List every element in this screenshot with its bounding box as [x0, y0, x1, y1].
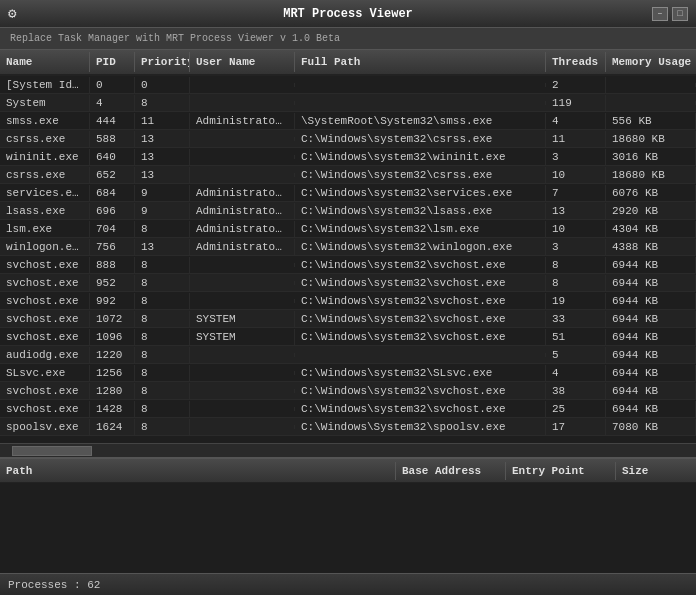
- table-row[interactable]: SLsvc.exe12568C:\Windows\system32\SLsvc.…: [0, 364, 696, 382]
- cell-memory: 6076 KB: [606, 185, 696, 201]
- cell-memory: 18680 KB: [606, 167, 696, 183]
- cell-priority: 8: [135, 311, 190, 327]
- cell-pid: 444: [90, 113, 135, 129]
- table-row[interactable]: svchost.exe12808C:\Windows\system32\svch…: [0, 382, 696, 400]
- cell-memory: 6944 KB: [606, 311, 696, 327]
- cell-memory: 4304 KB: [606, 221, 696, 237]
- cell-memory: 6944 KB: [606, 257, 696, 273]
- col-header-username[interactable]: User Name: [190, 52, 295, 72]
- cell-username: SYSTEM: [190, 329, 295, 345]
- col-header-name[interactable]: Name: [0, 52, 90, 72]
- table-row[interactable]: svchost.exe8888C:\Windows\system32\svcho…: [0, 256, 696, 274]
- minimize-button[interactable]: –: [652, 7, 668, 21]
- cell-pid: 652: [90, 167, 135, 183]
- col-header-memory[interactable]: Memory Usage: [606, 52, 696, 72]
- process-table-container: Name PID Priority User Name Full Path Th…: [0, 50, 696, 457]
- col-header-pid[interactable]: PID: [90, 52, 135, 72]
- cell-username: [190, 137, 295, 141]
- table-row[interactable]: svchost.exe9928C:\Windows\system32\svcho…: [0, 292, 696, 310]
- cell-pid: 888: [90, 257, 135, 273]
- cell-name: svchost.exe: [0, 383, 90, 399]
- cell-priority: 13: [135, 239, 190, 255]
- cell-name: winlogon.exe: [0, 239, 90, 255]
- table-body[interactable]: [System Idle ...002System48119smss.exe44…: [0, 76, 696, 443]
- table-row[interactable]: lsass.exe6969AdministratorsC:\Windows\sy…: [0, 202, 696, 220]
- cell-pid: 1072: [90, 311, 135, 327]
- cell-fullpath: [295, 353, 546, 357]
- main-container: Name PID Priority User Name Full Path Th…: [0, 50, 696, 595]
- cell-priority: 8: [135, 347, 190, 363]
- cell-fullpath: C:\Windows\system32\svchost.exe: [295, 383, 546, 399]
- cell-pid: 1280: [90, 383, 135, 399]
- cell-fullpath: C:\Windows\System32\spoolsv.exe: [295, 419, 546, 435]
- cell-threads: 10: [546, 221, 606, 237]
- processes-count: Processes : 62: [8, 579, 100, 591]
- bottom-col-size[interactable]: Size: [616, 462, 696, 480]
- cell-threads: 33: [546, 311, 606, 327]
- cell-memory: 4388 KB: [606, 239, 696, 255]
- table-row[interactable]: audiodg.exe1220856944 KB: [0, 346, 696, 364]
- col-header-fullpath[interactable]: Full Path: [295, 52, 546, 72]
- cell-pid: 952: [90, 275, 135, 291]
- table-row[interactable]: csrss.exe58813C:\Windows\system32\csrss.…: [0, 130, 696, 148]
- cell-username: [190, 407, 295, 411]
- cell-fullpath: [295, 83, 546, 87]
- cell-memory: 6944 KB: [606, 329, 696, 345]
- cell-threads: 10: [546, 167, 606, 183]
- table-row[interactable]: svchost.exe10968SYSTEMC:\Windows\system3…: [0, 328, 696, 346]
- cell-pid: 4: [90, 95, 135, 111]
- status-bar: Processes : 62: [0, 573, 696, 595]
- table-row[interactable]: svchost.exe9528C:\Windows\system32\svcho…: [0, 274, 696, 292]
- table-row[interactable]: wininit.exe64013C:\Windows\system32\wini…: [0, 148, 696, 166]
- cell-name: lsass.exe: [0, 203, 90, 219]
- bottom-col-base[interactable]: Base Address: [396, 462, 506, 480]
- cell-username: Administrators: [190, 185, 295, 201]
- title-bar: ⚙ MRT Process Viewer – □: [0, 0, 696, 28]
- bottom-col-entry[interactable]: Entry Point: [506, 462, 616, 480]
- table-row[interactable]: csrss.exe65213C:\Windows\system32\csrss.…: [0, 166, 696, 184]
- cell-fullpath: C:\Windows\system32\svchost.exe: [295, 275, 546, 291]
- cell-username: [190, 299, 295, 303]
- cell-priority: 13: [135, 131, 190, 147]
- table-row[interactable]: svchost.exe14288C:\Windows\system32\svch…: [0, 400, 696, 418]
- col-header-threads[interactable]: Threads: [546, 52, 606, 72]
- cell-priority: 8: [135, 221, 190, 237]
- cell-fullpath: C:\Windows\system32\svchost.exe: [295, 401, 546, 417]
- cell-memory: 2920 KB: [606, 203, 696, 219]
- cell-memory: 6944 KB: [606, 293, 696, 309]
- cell-fullpath: C:\Windows\system32\csrss.exe: [295, 131, 546, 147]
- cell-username: Administrators: [190, 221, 295, 237]
- cell-pid: 704: [90, 221, 135, 237]
- scrollbar-thumb[interactable]: [12, 446, 92, 456]
- cell-threads: 2: [546, 77, 606, 93]
- maximize-button[interactable]: □: [672, 7, 688, 21]
- table-row[interactable]: spoolsv.exe16248C:\Windows\System32\spoo…: [0, 418, 696, 436]
- cell-memory: 18680 KB: [606, 131, 696, 147]
- cell-fullpath: C:\Windows\system32\csrss.exe: [295, 167, 546, 183]
- cell-fullpath: [295, 101, 546, 105]
- cell-name: svchost.exe: [0, 329, 90, 345]
- col-header-priority[interactable]: Priority: [135, 52, 190, 72]
- cell-memory: 6944 KB: [606, 275, 696, 291]
- table-row[interactable]: winlogon.exe75613AdministratorsC:\Window…: [0, 238, 696, 256]
- table-row[interactable]: svchost.exe10728SYSTEMC:\Windows\system3…: [0, 310, 696, 328]
- cell-threads: 38: [546, 383, 606, 399]
- cell-priority: 8: [135, 95, 190, 111]
- table-row[interactable]: services.exe6849AdministratorsC:\Windows…: [0, 184, 696, 202]
- table-row[interactable]: System48119: [0, 94, 696, 112]
- cell-threads: 4: [546, 113, 606, 129]
- cell-memory: 6944 KB: [606, 347, 696, 363]
- cell-username: Administrators: [190, 203, 295, 219]
- cell-fullpath: C:\Windows\system32\lsm.exe: [295, 221, 546, 237]
- bottom-col-path[interactable]: Path: [0, 462, 396, 480]
- table-row[interactable]: smss.exe44411Administrators\SystemRoot\S…: [0, 112, 696, 130]
- cell-priority: 8: [135, 275, 190, 291]
- cell-threads: 17: [546, 419, 606, 435]
- horizontal-scrollbar[interactable]: [0, 443, 696, 457]
- cell-memory: 7080 KB: [606, 419, 696, 435]
- cell-name: svchost.exe: [0, 257, 90, 273]
- table-row[interactable]: lsm.exe7048AdministratorsC:\Windows\syst…: [0, 220, 696, 238]
- cell-pid: 588: [90, 131, 135, 147]
- cell-priority: 8: [135, 401, 190, 417]
- table-row[interactable]: [System Idle ...002: [0, 76, 696, 94]
